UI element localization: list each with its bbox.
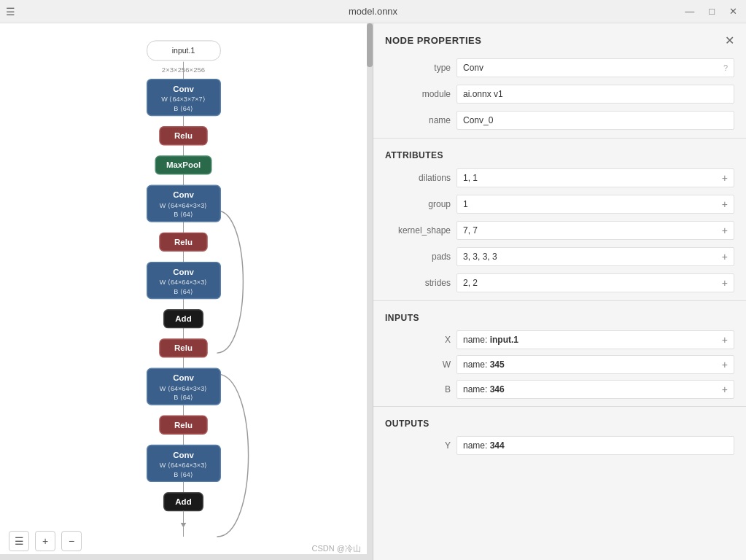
svg-text:W ⟨64×64×3×3⟩: W ⟨64×64×3×3⟩ xyxy=(160,202,207,209)
attribute-value-box: 2, 2 + xyxy=(456,273,734,292)
svg-text:Conv: Conv xyxy=(173,373,194,382)
svg-text:Relu: Relu xyxy=(174,421,193,429)
expand-icon[interactable]: + xyxy=(722,384,728,395)
svg-text:Relu: Relu xyxy=(174,343,193,352)
zoom-out-button[interactable]: − xyxy=(61,531,82,551)
graph-svg: input.1 2×3×256×256 Conv W ⟨64×3×7×7⟩ B … xyxy=(0,23,367,554)
type-value: Conv xyxy=(463,63,483,73)
divider-2 xyxy=(373,300,746,301)
attribute-value: 2, 2 xyxy=(463,278,478,288)
list-icon: ☰ xyxy=(15,535,24,547)
attributes-section-label: ATTRIBUTES xyxy=(373,143,746,165)
attribute-value: 1, 1 xyxy=(463,173,478,183)
window-controls: — □ ✕ xyxy=(682,6,740,17)
svg-text:Relu: Relu xyxy=(174,131,193,140)
attribute-row: dilations 1, 1 + xyxy=(373,165,746,191)
graph-scrollbar-thumb[interactable] xyxy=(367,23,373,67)
expand-icon[interactable]: + xyxy=(722,251,728,262)
attribute-row: kernel_shape 7, 7 + xyxy=(373,217,746,244)
divider-3 xyxy=(373,406,746,407)
expand-icon[interactable]: + xyxy=(722,277,728,289)
input-label: W xyxy=(385,359,451,370)
input-label: X xyxy=(385,335,451,345)
inputs-container: X name: input.1 + W name: 345 + B name: … xyxy=(373,327,746,402)
expand-icon[interactable]: + xyxy=(722,198,728,210)
input-label: B xyxy=(385,384,451,394)
svg-text:W ⟨64×64×3×3⟩: W ⟨64×64×3×3⟩ xyxy=(160,279,207,286)
attribute-label: group xyxy=(385,199,451,209)
attribute-value-box: 1, 1 + xyxy=(456,168,734,187)
title-bar-left: ☰ xyxy=(6,6,15,18)
module-row: module ai.onnx v1 xyxy=(373,81,746,107)
graph-canvas[interactable]: input.1 2×3×256×256 Conv W ⟨64×3×7×7⟩ B … xyxy=(0,23,367,554)
svg-text:Conv: Conv xyxy=(173,85,194,93)
input-value: name: 345 xyxy=(463,359,505,370)
attribute-value-box: 3, 3, 3, 3 + xyxy=(456,247,734,266)
expand-icon[interactable]: + xyxy=(722,172,728,184)
zoom-in-button[interactable]: + xyxy=(35,531,55,551)
input-value-box: name: 345 + xyxy=(456,355,734,374)
graph-scrollbar-vertical[interactable] xyxy=(367,23,373,560)
svg-marker-39 xyxy=(181,523,187,528)
expand-icon[interactable]: + xyxy=(722,334,728,346)
expand-icon[interactable]: + xyxy=(722,225,728,236)
minimize-button[interactable]: — xyxy=(682,6,697,17)
svg-text:B ⟨64⟩: B ⟨64⟩ xyxy=(174,288,193,295)
outputs-container: Y name: 344 xyxy=(373,433,746,458)
svg-text:MaxPool: MaxPool xyxy=(166,160,201,169)
output-row: Y name: 344 xyxy=(373,433,746,458)
node-properties-header: NODE PROPERTIES ✕ xyxy=(373,23,746,55)
graph-panel[interactable]: input.1 2×3×256×256 Conv W ⟨64×3×7×7⟩ B … xyxy=(0,23,373,560)
svg-text:W ⟨64×3×7×7⟩: W ⟨64×3×7×7⟩ xyxy=(161,96,205,103)
attribute-value: 7, 7 xyxy=(463,225,478,236)
svg-text:Conv: Conv xyxy=(173,268,194,276)
attribute-label: pads xyxy=(385,252,451,262)
svg-text:B ⟨64⟩: B ⟨64⟩ xyxy=(174,394,193,401)
node-properties-title: NODE PROPERTIES xyxy=(385,35,481,46)
input-value-box: name: input.1 + xyxy=(456,330,734,349)
hamburger-icon[interactable]: ☰ xyxy=(6,6,15,18)
attribute-label: dilations xyxy=(385,173,451,183)
inputs-section-label: INPUTS xyxy=(373,306,746,327)
properties-panel: NODE PROPERTIES ✕ type Conv ? module ai.… xyxy=(373,23,746,560)
close-properties-button[interactable]: ✕ xyxy=(725,34,734,47)
list-view-button[interactable]: ☰ xyxy=(9,531,29,551)
maximize-button[interactable]: □ xyxy=(706,6,718,17)
graph-scrollbar-horizontal[interactable] xyxy=(0,554,367,560)
type-label: type xyxy=(385,63,451,73)
svg-text:2×3×256×256: 2×3×256×256 xyxy=(162,66,205,74)
type-hint: ? xyxy=(723,63,728,72)
output-value-box: name: 344 xyxy=(456,436,734,455)
svg-text:Conv: Conv xyxy=(173,451,194,459)
main-container: input.1 2×3×256×256 Conv W ⟨64×3×7×7⟩ B … xyxy=(0,23,746,560)
graph-toolbar: ☰ + − xyxy=(9,531,82,551)
svg-text:W ⟨64×64×3×3⟩: W ⟨64×64×3×3⟩ xyxy=(160,462,207,469)
divider-1 xyxy=(373,138,746,139)
type-row: type Conv ? xyxy=(373,55,746,81)
svg-text:B ⟨64⟩: B ⟨64⟩ xyxy=(174,471,193,478)
attribute-value-box: 1 + xyxy=(456,195,734,214)
zoom-in-icon: + xyxy=(42,535,48,547)
close-window-button[interactable]: ✕ xyxy=(726,6,740,17)
module-value-box: ai.onnx v1 xyxy=(456,85,734,104)
input-value-box: name: 346 + xyxy=(456,380,734,399)
attribute-row: strides 2, 2 + xyxy=(373,270,746,296)
title-bar: ☰ model.onnx — □ ✕ xyxy=(0,0,746,23)
name-value: Conv_0 xyxy=(463,115,493,125)
input-value: name: input.1 xyxy=(463,335,518,345)
window-title: model.onnx xyxy=(349,6,397,17)
attribute-value: 1 xyxy=(463,199,468,209)
zoom-out-icon: − xyxy=(69,535,74,547)
svg-text:W ⟨64×64×3×3⟩: W ⟨64×64×3×3⟩ xyxy=(160,385,207,392)
watermark: CSDN @冷山 xyxy=(312,543,361,554)
attribute-row: group 1 + xyxy=(373,191,746,217)
expand-icon[interactable]: + xyxy=(722,359,728,370)
name-row: name Conv_0 xyxy=(373,107,746,133)
attribute-label: kernel_shape xyxy=(385,225,451,236)
attribute-label: strides xyxy=(385,278,451,288)
svg-text:B ⟨64⟩: B ⟨64⟩ xyxy=(174,211,193,218)
input-row: B name: 346 + xyxy=(373,377,746,402)
attribute-value-box: 7, 7 + xyxy=(456,221,734,240)
input-row: X name: input.1 + xyxy=(373,327,746,352)
module-label: module xyxy=(385,89,451,99)
